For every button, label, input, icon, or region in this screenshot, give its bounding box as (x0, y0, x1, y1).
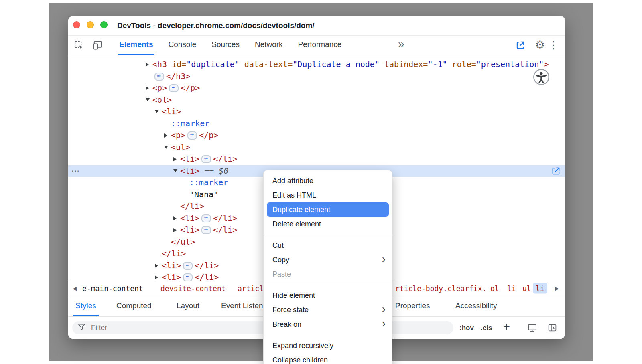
menu-item-delete-element[interactable]: Delete element (264, 217, 392, 231)
dom-tree-row[interactable]: <li>⋯</li> (68, 153, 565, 165)
node-str: "Nana" (189, 190, 218, 199)
dom-tree-row[interactable]: ::marker (68, 118, 565, 130)
device-toolbar-icon[interactable] (91, 39, 104, 51)
node-ellipsis-button[interactable]: ⋯ (201, 155, 211, 163)
dom-tree-row[interactable]: <p>⋯</p> (68, 82, 565, 94)
screenshot-stage: DevTools - developer.chrome.com/docs/dev… (0, 0, 642, 364)
tab-network[interactable]: Network (255, 35, 283, 55)
node-ellipsis-button[interactable]: ⋯ (201, 214, 211, 222)
toggle-element-state-button[interactable]: :hov (459, 317, 474, 339)
collapse-arrow-icon[interactable] (164, 142, 171, 154)
menu-item-break-on[interactable]: Break on› (264, 317, 392, 332)
expand-arrow-icon[interactable] (173, 212, 180, 224)
menu-item-edit-as-html[interactable]: Edit as HTML (264, 188, 392, 202)
menu-item-force-state[interactable]: Force state› (264, 303, 392, 317)
filter-input-wrap (72, 321, 453, 334)
breadcrumb-next-icon[interactable]: ▶ (552, 281, 562, 295)
overflow-menu-dots-icon[interactable]: ⋯ (71, 165, 80, 177)
menu-separator (264, 285, 392, 285)
expand-arrow-icon[interactable] (146, 82, 152, 94)
node-ellipsis-button[interactable]: ⋯ (169, 84, 179, 92)
new-style-rule-button[interactable]: + (503, 316, 510, 338)
node-tag: <li> (162, 107, 181, 116)
cast-icon[interactable] (514, 39, 526, 51)
toggle-sidebar-icon[interactable] (547, 323, 557, 334)
expand-arrow-icon[interactable] (155, 271, 162, 281)
expand-arrow-icon[interactable] (173, 153, 180, 165)
tab-accessibility[interactable]: Accessibility (455, 295, 497, 316)
collapse-arrow-icon[interactable] (173, 165, 180, 177)
breadcrumb-item-e-main-content[interactable]: e-main-content (82, 284, 143, 292)
node-tag: </li> (213, 213, 237, 223)
node-tag: <ol> (152, 95, 172, 105)
inspect-icon[interactable] (73, 39, 85, 51)
accessibility-icon[interactable] (532, 68, 550, 87)
dom-tree-row[interactable]: <h3 id="duplicate" data-text="Duplicate … (68, 59, 565, 71)
node-ellipsis-button[interactable]: ⋯ (154, 73, 164, 81)
menu-item-label: Break on (272, 320, 301, 329)
tab-performance[interactable]: Performance (298, 35, 342, 55)
menu-item-copy[interactable]: Copy› (264, 253, 392, 267)
settings-icon[interactable]: ⚙ (535, 39, 545, 51)
node-ellipsis-button[interactable]: ⋯ (183, 262, 193, 270)
tab-sources[interactable]: Sources (211, 35, 240, 55)
expand-arrow-icon[interactable] (155, 260, 162, 272)
tab-computed[interactable]: Computed (116, 295, 152, 316)
menu-item-duplicate-element[interactable]: Duplicate element (267, 202, 389, 217)
node-ellipsis-button[interactable]: ⋯ (187, 131, 197, 140)
node-ellipsis-button[interactable]: ⋯ (183, 273, 193, 281)
breadcrumb-item-ul[interactable]: ul (522, 284, 531, 292)
menu-item-collapse-children[interactable]: Collapse children (264, 353, 392, 364)
expand-arrow-icon[interactable] (173, 224, 180, 236)
breadcrumb-item-li[interactable]: li (507, 284, 516, 292)
node-tag: <p> (171, 130, 185, 140)
element-classes-button[interactable]: .cls (481, 317, 492, 339)
dom-tree-row[interactable]: <li> (68, 106, 565, 118)
zoom-button[interactable] (100, 21, 108, 28)
dom-tree-row[interactable]: <ol> (68, 94, 565, 106)
tab-elements[interactable]: Elements (119, 35, 153, 55)
node-tag: <li> (180, 154, 199, 164)
dom-tree-row[interactable]: <p>⋯</p> (68, 129, 565, 142)
menu-item-label: Hide element (272, 291, 315, 300)
expand-arrow-icon[interactable] (146, 59, 152, 71)
collapse-arrow-icon[interactable] (146, 94, 152, 106)
more-tabs-icon[interactable]: » (398, 35, 404, 53)
node-tag: <li> (162, 272, 181, 281)
tab-console[interactable]: Console (168, 35, 196, 55)
node-tag: </li> (195, 272, 219, 281)
menu-item-label: Copy (272, 256, 289, 264)
menu-item-add-attribute[interactable]: Add attribute (264, 174, 392, 188)
dom-tree-row[interactable]: <ul> (68, 142, 565, 154)
tab-styles[interactable]: Styles (75, 295, 96, 316)
close-button[interactable] (73, 21, 80, 28)
rendering-icon[interactable] (527, 323, 537, 334)
menu-item-cut[interactable]: Cut (264, 238, 392, 253)
breadcrumb-item-rticle-body-clearfix[interactable]: rticle-body.clearfix. (395, 284, 487, 292)
node-tag: </li> (162, 249, 186, 258)
breadcrumb-item-li[interactable]: li (533, 283, 547, 293)
expand-arrow-icon[interactable] (164, 129, 171, 142)
menu-item-label: Paste (272, 270, 291, 279)
minimize-button[interactable] (87, 21, 94, 28)
menu-item-paste[interactable]: Paste (264, 267, 392, 281)
dom-tree-row[interactable]: ⋯</h3> (68, 71, 565, 83)
menu-item-label: Expand recursively (272, 342, 333, 350)
tab-layout[interactable]: Layout (177, 295, 199, 316)
tab-properties[interactable]: Properties (395, 295, 430, 316)
menu-item-label: Delete element (272, 220, 321, 229)
node-tag: <p> (152, 83, 167, 93)
more-options-icon[interactable]: ⋮ (549, 39, 559, 51)
node-tag: </li> (213, 225, 237, 235)
collapse-arrow-icon[interactable] (155, 106, 162, 118)
menu-item-label: Force state (272, 306, 309, 314)
menu-item-label: Add attribute (272, 177, 313, 185)
menu-item-label: Cut (272, 241, 284, 250)
breadcrumb-item-ol[interactable]: ol (490, 284, 499, 292)
menu-item-expand-recursively[interactable]: Expand recursively (264, 338, 392, 353)
menu-item-hide-element[interactable]: Hide element (264, 288, 392, 303)
node-ellipsis-button[interactable]: ⋯ (201, 226, 211, 234)
node-val: "Duplicate a node" (293, 59, 380, 69)
breadcrumb-item-devsite-content[interactable]: devsite-content (160, 284, 226, 292)
node-attr: id= (167, 59, 186, 69)
